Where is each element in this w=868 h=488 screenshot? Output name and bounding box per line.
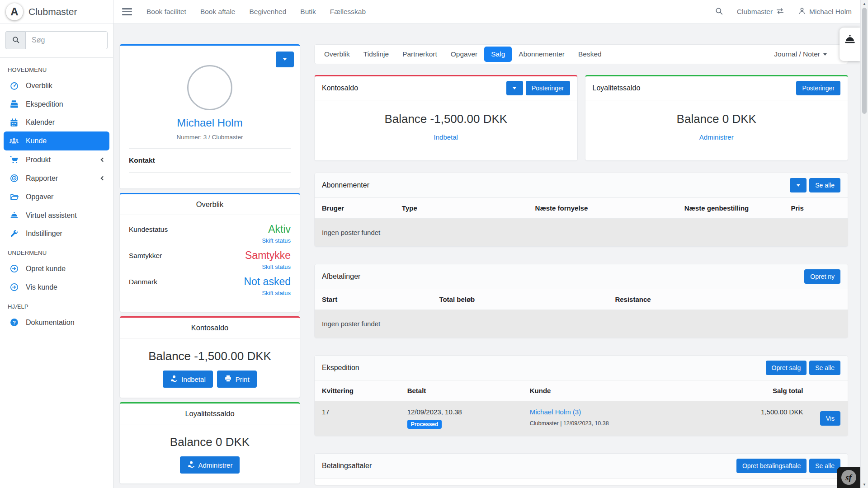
see-all-button[interactable]: Se alle xyxy=(809,178,840,192)
clubmaster-logo-icon: A xyxy=(6,3,23,20)
customer-subtext: Clubmaster | 12/09/2023, 10.38 xyxy=(530,420,734,427)
sidebar-item-ekspedition[interactable]: Ekspedition xyxy=(4,95,109,113)
vertical-scrollbar[interactable]: ▲ ▼ xyxy=(860,0,868,488)
topnav-begivenhed[interactable]: Begivenhed xyxy=(249,8,286,16)
create-payment-agreement-button[interactable]: Opret betalingsaftale xyxy=(736,459,807,473)
symfony-logo-icon: sf xyxy=(841,470,856,485)
panel-title: Kontosaldo xyxy=(322,84,358,92)
tab-partnerkort[interactable]: Partnerkort xyxy=(396,47,444,62)
sidebar: A Clubmaster HOVEDMENU Overblik Ekspedit… xyxy=(0,0,113,488)
profile-dropdown-button[interactable] xyxy=(276,52,294,67)
sidebar-item-virtuel-assistent[interactable]: Virtuel assistent xyxy=(4,206,109,225)
tab-abonnementer[interactable]: Abonnementer xyxy=(512,47,571,62)
scrollbar-down-arrow-icon[interactable]: ▼ xyxy=(861,481,868,488)
scrollbar-thumb[interactable] xyxy=(862,8,867,114)
tab-tidslinje[interactable]: Tidslinje xyxy=(357,47,396,62)
print-button[interactable]: Print xyxy=(217,371,257,388)
sidebar-item-indstillinger[interactable]: Indstillinger xyxy=(4,225,109,243)
change-status-link[interactable]: Skift status xyxy=(262,263,291,270)
search-icon xyxy=(12,36,20,45)
search-input[interactable] xyxy=(25,31,108,49)
sidebar-item-opgaver[interactable]: Opgaver xyxy=(4,188,109,206)
divider xyxy=(129,148,291,149)
sidebar-item-label: Kunde xyxy=(26,137,47,145)
create-new-button[interactable]: Opret ny xyxy=(804,269,840,284)
column-header: Pris xyxy=(784,198,848,219)
see-all-button[interactable]: Se alle xyxy=(809,361,840,375)
search-button[interactable] xyxy=(5,31,25,49)
installments-table: Start Total beløb Resistance Ingen poste… xyxy=(315,289,848,338)
sidebar-item-produkt[interactable]: Produkt xyxy=(4,150,109,169)
sidebar-item-rapporter[interactable]: Rapporter xyxy=(4,169,109,188)
create-sale-button[interactable]: Opret salg xyxy=(766,361,807,375)
manage-loyalty-button[interactable]: Administrer xyxy=(180,456,240,474)
section-title: Betalingsaftaler xyxy=(322,462,372,470)
account-dropdown-button[interactable] xyxy=(506,81,523,95)
deposit-button-label: Indbetal xyxy=(181,375,205,383)
status-label: Samtykker xyxy=(129,249,162,270)
hamburger-menu-icon[interactable] xyxy=(122,8,132,15)
customer-link[interactable]: Michael Holm (3) xyxy=(530,408,581,416)
customer-number: Nummer: 3 / Clubmaster xyxy=(129,134,291,141)
club-switcher[interactable]: Clubmaster xyxy=(737,7,784,17)
topnav-book-aftale[interactable]: Book aftale xyxy=(200,8,236,16)
sidebar-item-kunde[interactable]: Kunde xyxy=(4,131,109,150)
sidebar-item-vis-kunde[interactable]: Vis kunde xyxy=(4,278,109,296)
view-button[interactable]: Vis xyxy=(820,411,840,426)
customer-column: Michael Holm Nummer: 3 / Clubmaster Kont… xyxy=(119,44,300,488)
svg-text:?: ? xyxy=(13,320,16,325)
status-value: Not asked xyxy=(244,276,291,288)
manage-link[interactable]: Administrer xyxy=(699,133,734,141)
panel-title: Loyalitetssaldo xyxy=(593,84,641,92)
sidebar-item-label: Overblik xyxy=(26,82,52,90)
total-cell: 1,500.00 DKK xyxy=(741,401,810,436)
speedometer-icon xyxy=(9,81,19,90)
loyalty-balance-value: Balance 0 DKK xyxy=(127,435,292,449)
symfony-profiler-button[interactable]: sf xyxy=(837,467,860,488)
tab-salg[interactable]: Salg xyxy=(484,47,512,62)
change-status-link[interactable]: Skift status xyxy=(262,237,291,244)
change-status-link[interactable]: Skift status xyxy=(262,290,291,296)
sidebar-item-label: Produkt xyxy=(26,156,51,164)
sidebar-item-opret-kunde[interactable]: Opret kunde xyxy=(4,259,109,278)
customer-name-link[interactable]: Michael Holm xyxy=(129,117,291,129)
tab-overblik[interactable]: Overblik xyxy=(317,47,357,62)
account-balance-title: Kontosaldo xyxy=(120,318,300,338)
action-cell: Vis xyxy=(810,401,848,436)
tab-besked[interactable]: Besked xyxy=(571,47,609,62)
subscriptions-dropdown-button[interactable] xyxy=(790,178,807,192)
arrow-circle-right-icon xyxy=(9,264,19,273)
folder-open-icon xyxy=(9,192,19,202)
scrollbar-up-arrow-icon[interactable]: ▲ xyxy=(861,0,868,7)
sidebar-item-kalender[interactable]: Kalender xyxy=(4,113,109,131)
overview-card: Overblik Kundestatus Aktiv Skift status … xyxy=(119,193,300,312)
virtual-assistant-widget[interactable] xyxy=(840,28,860,61)
sidebar-item-label: Rapporter xyxy=(26,174,58,183)
sidebar-item-overblik[interactable]: Overblik xyxy=(4,76,109,95)
topnav-butik[interactable]: Butik xyxy=(300,8,316,16)
search-icon[interactable] xyxy=(715,7,723,17)
postings-button[interactable]: Posteringer xyxy=(526,81,570,95)
deposit-link[interactable]: Indbetal xyxy=(434,133,458,141)
sidebar-item-dokumentation[interactable]: ? Dokumentation xyxy=(4,313,109,332)
see-all-button[interactable]: Se alle xyxy=(809,459,840,473)
deposit-button[interactable]: Indbetal xyxy=(163,371,212,388)
column-header: Salg total xyxy=(741,380,810,401)
user-menu[interactable]: Michael Holm xyxy=(798,7,852,17)
tab-opgaver[interactable]: Opgaver xyxy=(444,47,484,62)
wrench-icon xyxy=(9,229,19,238)
hand-dollar-icon xyxy=(187,460,195,469)
cloche-icon xyxy=(9,211,19,220)
postings-button[interactable]: Posteringer xyxy=(796,81,840,95)
topnav-faellesskab[interactable]: Fællesskab xyxy=(330,8,366,16)
table-row: 17 12/09/2023, 10.38 Processed Michael H… xyxy=(315,401,848,436)
brand[interactable]: A Clubmaster xyxy=(0,0,113,24)
journal-noter-toggle[interactable]: Journal / Noter xyxy=(774,50,827,58)
bullseye-icon xyxy=(9,174,19,183)
exchange-arrows-icon xyxy=(776,7,784,17)
topnav-book-facilitet[interactable]: Book facilitet xyxy=(146,8,186,16)
status-value: Aktiv xyxy=(262,223,291,235)
manage-loyalty-button-label: Administrer xyxy=(198,461,233,469)
column-header: Betalt xyxy=(400,380,523,401)
column-header: Kunde xyxy=(523,380,741,401)
